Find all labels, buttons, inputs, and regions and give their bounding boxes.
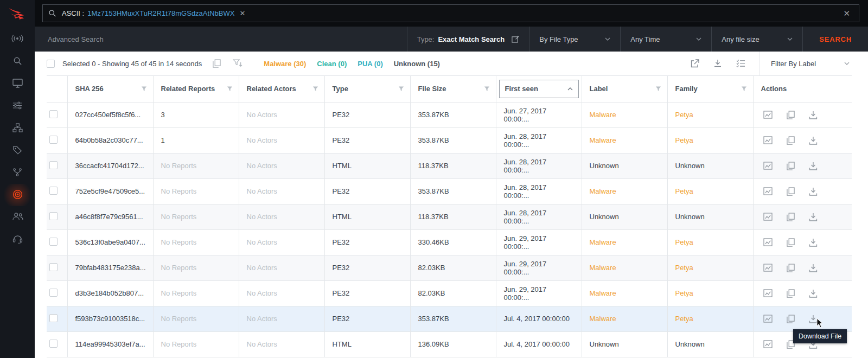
copy-hash-icon[interactable] xyxy=(787,136,795,145)
sidebar-item-graph[interactable] xyxy=(0,162,35,184)
download-file-icon[interactable] xyxy=(809,187,818,196)
download-file-icon[interactable] xyxy=(809,162,818,170)
view-report-icon[interactable] xyxy=(763,289,773,298)
select-columns-icon[interactable] xyxy=(736,59,745,68)
cell-sha256[interactable]: 79bfab483175e238a... xyxy=(67,255,153,280)
view-report-icon[interactable] xyxy=(763,111,773,119)
sidebar-item-intel-feed[interactable] xyxy=(0,28,35,50)
download-file-icon[interactable] xyxy=(809,264,818,272)
view-report-icon[interactable] xyxy=(763,264,773,272)
sidebar-item-users[interactable] xyxy=(0,206,35,228)
filter-results-icon[interactable] xyxy=(233,59,243,68)
row-checkbox[interactable] xyxy=(49,187,58,195)
copy-hash-icon[interactable] xyxy=(787,213,795,221)
filter-funnel-icon[interactable] xyxy=(227,86,233,92)
crowdstrike-logo[interactable] xyxy=(0,0,35,28)
filter-funnel-icon[interactable] xyxy=(398,86,404,92)
file-size-dropdown[interactable]: Any file size xyxy=(711,27,802,52)
cell-sha256[interactable]: 027cc450ef5f8c5f6... xyxy=(67,102,153,127)
view-report-icon[interactable] xyxy=(763,162,773,170)
column-header-related-actors[interactable]: Related Actors xyxy=(239,76,324,102)
copy-hash-icon[interactable] xyxy=(787,238,795,247)
table-row[interactable]: 752e5cf9e47509ce5... No Reports No Actor… xyxy=(47,178,852,204)
view-report-icon[interactable] xyxy=(763,187,773,196)
table-row[interactable]: 114ea99945303ef7a... No Reports No Actor… xyxy=(47,331,852,357)
table-row[interactable]: 36ccacfc41704d172... No Reports No Actor… xyxy=(47,153,852,178)
download-file-icon[interactable] xyxy=(809,111,818,119)
search-input[interactable]: ASCII : 1Mz7153HMuxXTuR2R1t78mGSdzaAtNbB… xyxy=(42,4,859,22)
column-header-first-seen[interactable]: First seen xyxy=(496,76,582,102)
table-row[interactable]: 027cc450ef5f8c5f6... 3 No Actors PE32 35… xyxy=(47,102,852,127)
select-all-checkbox[interactable] xyxy=(47,60,55,68)
search-button[interactable]: SEARCH xyxy=(802,27,868,52)
advanced-search-toggle[interactable]: Advanced Search xyxy=(35,27,407,52)
export-icon[interactable] xyxy=(691,59,699,68)
view-report-icon[interactable] xyxy=(763,340,773,349)
filter-by-label-dropdown[interactable]: Filter By Label xyxy=(760,52,852,75)
filter-funnel-icon[interactable] xyxy=(655,86,661,92)
first-seen-sort-control[interactable]: First seen xyxy=(499,80,579,98)
column-header-file-size[interactable]: File Size xyxy=(410,76,496,102)
cell-sha256[interactable]: f593b73c91003518c... xyxy=(67,306,153,331)
copy-hash-icon[interactable] xyxy=(787,162,795,170)
time-dropdown[interactable]: Any Time xyxy=(620,27,711,52)
download-file-icon[interactable] xyxy=(809,315,818,323)
cell-sha256[interactable]: 536c13f0abe9a0407... xyxy=(67,229,153,255)
row-checkbox[interactable] xyxy=(49,110,58,118)
download-file-icon[interactable] xyxy=(809,213,818,221)
sidebar-item-hosts[interactable] xyxy=(0,73,35,95)
cell-sha256[interactable]: 114ea99945303ef7a... xyxy=(67,331,153,357)
copy-hash-icon[interactable] xyxy=(787,289,795,298)
filter-funnel-icon[interactable] xyxy=(741,86,747,92)
search-type-control[interactable]: Type: Exact Match Search xyxy=(407,27,529,52)
filter-funnel-icon[interactable] xyxy=(141,86,147,92)
sidebar-item-modules[interactable] xyxy=(0,117,35,139)
copy-hash-icon[interactable] xyxy=(787,264,795,272)
column-header-related-reports[interactable]: Related Reports xyxy=(153,76,239,102)
cell-sha256[interactable]: 752e5cf9e47509ce5... xyxy=(67,178,153,204)
download-file-icon[interactable] xyxy=(809,136,818,145)
table-row[interactable]: a46c8f8f7e79c9561... No Reports No Actor… xyxy=(47,204,852,229)
view-report-icon[interactable] xyxy=(763,315,773,323)
copy-hash-icon[interactable] xyxy=(787,111,795,119)
edit-query-icon[interactable] xyxy=(512,35,519,43)
cell-sha256[interactable]: 36ccacfc41704d172... xyxy=(67,153,153,178)
download-file-icon[interactable] xyxy=(809,289,818,298)
row-checkbox[interactable] xyxy=(49,314,58,322)
sidebar-item-malquery[interactable] xyxy=(0,184,35,206)
row-checkbox[interactable] xyxy=(49,212,58,220)
clear-search-icon[interactable]: ✕ xyxy=(840,9,853,18)
row-checkbox[interactable] xyxy=(49,136,58,144)
remove-search-term-icon[interactable]: ✕ xyxy=(239,9,245,17)
view-report-icon[interactable] xyxy=(763,238,773,247)
cell-sha256[interactable]: a46c8f8f7e79c9561... xyxy=(67,204,153,229)
view-report-icon[interactable] xyxy=(763,136,773,145)
sidebar-item-labels[interactable] xyxy=(0,139,35,162)
copy-results-icon[interactable] xyxy=(213,59,221,68)
table-row[interactable]: 64b0b58a2c030c77... 1 No Actors PE32 353… xyxy=(47,127,852,153)
download-results-icon[interactable] xyxy=(713,59,722,68)
cell-sha256[interactable]: d3b3e184b052b807... xyxy=(67,280,153,306)
filter-funnel-icon[interactable] xyxy=(484,86,490,92)
row-checkbox[interactable] xyxy=(49,161,58,169)
table-row[interactable]: f593b73c91003518c... No Reports No Actor… xyxy=(47,306,852,331)
column-header-type[interactable]: Type xyxy=(324,76,410,102)
table-row[interactable]: 79bfab483175e238a... No Reports No Actor… xyxy=(47,255,852,280)
sidebar-item-search[interactable] xyxy=(0,50,35,73)
view-report-icon[interactable] xyxy=(763,213,773,221)
copy-hash-icon[interactable] xyxy=(787,187,795,196)
download-file-icon[interactable] xyxy=(809,238,818,247)
table-row[interactable]: d3b3e184b052b807... No Reports No Actors… xyxy=(47,280,852,306)
row-checkbox[interactable] xyxy=(49,340,58,348)
file-type-dropdown[interactable]: By File Type xyxy=(529,27,620,52)
sidebar-item-support[interactable] xyxy=(0,228,35,251)
column-header-sha256[interactable]: SHA 256 xyxy=(67,76,153,102)
sidebar-item-configuration[interactable] xyxy=(0,95,35,117)
row-checkbox[interactable] xyxy=(49,263,58,271)
row-checkbox[interactable] xyxy=(49,289,58,297)
column-header-label[interactable]: Label xyxy=(582,76,667,102)
copy-hash-icon[interactable] xyxy=(787,315,795,323)
table-row[interactable]: 536c13f0abe9a0407... No Reports No Actor… xyxy=(47,229,852,255)
row-checkbox[interactable] xyxy=(49,238,58,246)
filter-funnel-icon[interactable] xyxy=(312,86,318,92)
